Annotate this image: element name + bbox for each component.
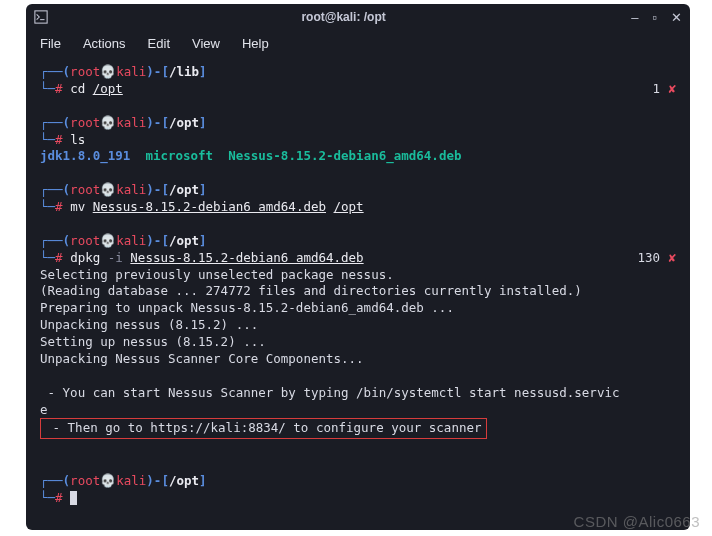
close-button[interactable]: ✕	[671, 10, 682, 25]
cmd-line: └─# cd /opt1✘	[40, 81, 676, 98]
highlighted-line: - Then go to https://kali:8834/ to confi…	[40, 418, 676, 439]
output-line: Unpacking Nessus Scanner Core Components…	[40, 351, 676, 368]
terminal-output[interactable]: ┌──(root💀kali)-[/lib] └─# cd /opt1✘ ┌──(…	[26, 56, 690, 530]
output-line: Unpacking nessus (8.15.2) ...	[40, 317, 676, 334]
svg-rect-0	[35, 11, 47, 23]
output-line: e	[40, 402, 676, 419]
output-line: (Reading database ... 274772 files and d…	[40, 283, 676, 300]
terminal-icon	[34, 10, 48, 24]
menu-file[interactable]: File	[40, 36, 61, 51]
ls-output: jdk1.8.0_191 microsoft Nessus-8.15.2-deb…	[40, 148, 676, 165]
prompt-cursor-line: └─#	[40, 490, 676, 507]
menu-actions[interactable]: Actions	[83, 36, 126, 51]
terminal-window: root@kali: /opt – ▫ ✕ File Actions Edit …	[26, 4, 690, 530]
menu-edit[interactable]: Edit	[148, 36, 170, 51]
maximize-button[interactable]: ▫	[652, 10, 657, 25]
prompt-line: ┌──(root💀kali)-[/opt]	[40, 473, 676, 490]
cmd-line: └─# ls	[40, 132, 676, 149]
menubar: File Actions Edit View Help	[26, 30, 690, 56]
watermark: CSDN @Alic0663	[574, 513, 700, 530]
cmd-line: └─# mv Nessus-8.15.2-debian6 amd64.deb /…	[40, 199, 676, 216]
prompt-line: ┌──(root💀kali)-[/lib]	[40, 64, 676, 81]
titlebar: root@kali: /opt – ▫ ✕	[26, 4, 690, 30]
window-title: root@kali: /opt	[56, 10, 631, 24]
menu-help[interactable]: Help	[242, 36, 269, 51]
menu-view[interactable]: View	[192, 36, 220, 51]
minimize-button[interactable]: –	[631, 10, 638, 25]
prompt-line: ┌──(root💀kali)-[/opt]	[40, 115, 676, 132]
text-cursor	[70, 491, 77, 505]
cmd-line: └─# dpkg -i Nessus-8.15.2-debian6 amd64.…	[40, 250, 676, 267]
output-line: - You can start Nessus Scanner by typing…	[40, 385, 676, 402]
output-line: Selecting previously unselected package …	[40, 267, 676, 284]
prompt-line: ┌──(root💀kali)-[/opt]	[40, 182, 676, 199]
output-line: Preparing to unpack Nessus-8.15.2-debian…	[40, 300, 676, 317]
output-line: Setting up nessus (8.15.2) ...	[40, 334, 676, 351]
prompt-line: ┌──(root💀kali)-[/opt]	[40, 233, 676, 250]
